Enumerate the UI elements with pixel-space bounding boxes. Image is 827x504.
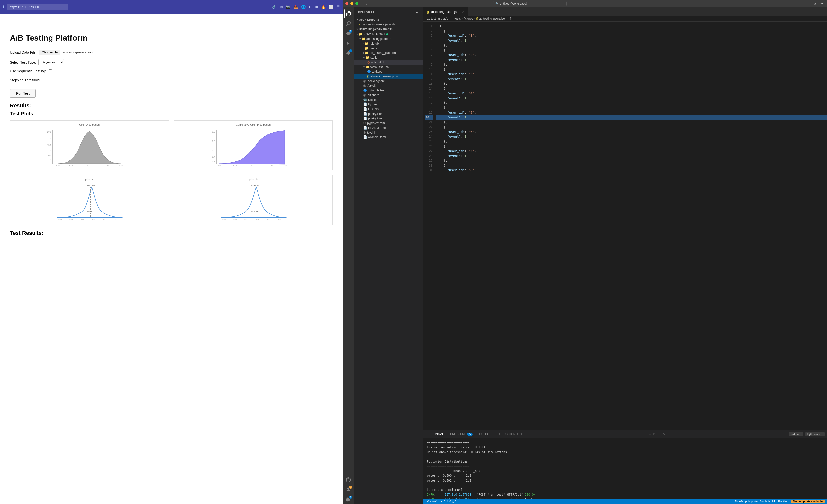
tree-static[interactable]: ▾ 📁 static xyxy=(354,55,423,60)
forward-button[interactable]: › xyxy=(366,1,369,6)
plot3-label: prior_a xyxy=(12,178,166,181)
tree-pyproject[interactable]: ⚙ pyproject.toml xyxy=(354,121,423,125)
tab-problems[interactable]: PROBLEMS77 xyxy=(447,431,476,437)
globe-icon[interactable]: 🌐 xyxy=(301,5,306,9)
traffic-light-yellow[interactable] xyxy=(350,2,353,5)
code-editor[interactable]: 12345 678910 1112131415 16171819 20 2122… xyxy=(423,22,827,430)
editor-area: {} ab-testing-users.json ✕ ab-testing-pl… xyxy=(423,7,827,504)
tree-ab-platform[interactable]: › 📁 ab_testing_platform xyxy=(354,50,423,55)
activity-source-control[interactable]: 1 xyxy=(344,29,353,38)
wrangler-toml: wrangler.toml xyxy=(368,136,386,139)
activity-search[interactable] xyxy=(344,19,353,28)
term-blank-2 xyxy=(427,483,824,488)
menu-icon[interactable]: ☰ xyxy=(336,5,340,9)
tree-index-html[interactable]: ◇ index.html xyxy=(354,60,423,64)
more-options-button[interactable]: ⋯ xyxy=(819,1,824,6)
plot1-label: Uplift Distribution xyxy=(12,123,166,126)
warnings-count: 0 △ 0 xyxy=(449,500,456,503)
activity-github[interactable] xyxy=(344,475,353,484)
svg-text:0.00: 0.00 xyxy=(88,164,91,167)
inbox-icon[interactable]: 📥 xyxy=(293,5,298,9)
code-content[interactable]: [ { "user_id": "1", "event": 0 }, { "use… xyxy=(436,22,827,430)
tree-github[interactable]: › 📁 .github xyxy=(354,41,423,46)
tree-gitkeep[interactable]: 🔷 .gitkeep xyxy=(354,69,423,74)
open-editor-item[interactable]: {} ab-testing-users.json ab-t... xyxy=(354,22,423,27)
node-terminal[interactable]: node w... xyxy=(788,432,804,436)
tree-root[interactable]: ▾ 📁 NGWebsite2021 xyxy=(354,32,423,37)
traffic-light-green[interactable] xyxy=(355,2,358,5)
split-terminal-button[interactable]: ⧉ xyxy=(653,432,655,436)
tree-readme[interactable]: 📄 README.md xyxy=(354,125,423,130)
threshold-input[interactable]: 1 xyxy=(43,77,97,83)
code-line-15: "user_id": "4", xyxy=(436,91,827,96)
camera-icon[interactable]: 📷 xyxy=(286,5,291,9)
tree-tox[interactable]: ⚙ tox.ini xyxy=(354,130,423,135)
tree-gitignore[interactable]: ◉ .gitignore xyxy=(354,93,423,97)
explorer-label: EXPLORER xyxy=(358,11,375,14)
mail-icon[interactable]: ✉ xyxy=(280,5,283,9)
tab-debug-console[interactable]: DEBUG CONSOLE xyxy=(495,431,526,437)
terminal-content[interactable]: ======================== Evaluation Metr… xyxy=(423,439,827,499)
workspace-search[interactable]: 🔍 Untitled (Workspace) xyxy=(493,1,567,6)
branch-status[interactable]: ⎇ main* xyxy=(426,500,437,503)
tree-fly-toml[interactable]: 📄 fly.toml xyxy=(354,102,423,107)
tree-poetry-lock[interactable]: 📄 poetry.lock xyxy=(354,111,423,116)
tree-dockerfile[interactable]: 🐳 Dockerfile xyxy=(354,97,423,102)
file-icon: 🔷 xyxy=(367,70,371,73)
biome-update-btn[interactable]: Biome update available xyxy=(790,500,825,503)
back-button[interactable]: ‹ xyxy=(360,1,363,6)
tree-folder-ab-testing[interactable]: ▾ 📁 ab-testing-platform xyxy=(354,37,423,41)
browser-url[interactable]: http://127.0.0.1:8000 xyxy=(7,4,68,10)
term-line-4: Posterior Distributions xyxy=(427,459,824,464)
svg-text:0.10: 0.10 xyxy=(119,164,123,167)
open-editors-section[interactable]: ▾ OPEN EDITORS xyxy=(354,17,423,22)
tree-ab-users-json[interactable]: {} ab-testing-users.json xyxy=(354,74,423,79)
tab-terminal[interactable]: TERMINAL xyxy=(426,431,447,437)
file-icon: 🔷 xyxy=(363,89,367,92)
prettier-btn[interactable]: Prettier xyxy=(778,500,787,503)
split-editor-button[interactable]: ⧉ xyxy=(813,1,817,6)
more-terminal-button[interactable]: ⋯ xyxy=(658,432,661,436)
chevron: › xyxy=(363,42,364,45)
workspace-section[interactable]: ▾ UNTITLED (WORKSPACE) xyxy=(354,27,423,32)
tab-close-button[interactable]: ✕ xyxy=(461,10,465,13)
tab-output[interactable]: OUTPUT xyxy=(476,431,494,437)
explorer-more[interactable]: ⋯ xyxy=(416,10,420,14)
test-type-select[interactable]: Bayesian Frequentist xyxy=(39,59,64,65)
tree-gitattributes[interactable]: 🔷 .gitattributes xyxy=(354,88,423,93)
fire-icon[interactable]: 🔥 xyxy=(321,5,326,9)
tree-license[interactable]: 📄 LICENSE xyxy=(354,107,423,111)
errors-status[interactable]: ✕ 0 ⚠ 0 △ 0 xyxy=(440,500,456,503)
activity-run[interactable] xyxy=(344,39,353,48)
activity-explorer[interactable] xyxy=(344,9,353,18)
layout-icon[interactable]: ⬜ xyxy=(329,5,333,9)
tree-dockerignore[interactable]: ◉ .dockerignore xyxy=(354,79,423,83)
svg-text:-0.05: -0.05 xyxy=(69,164,73,167)
activity-account[interactable]: 1 xyxy=(344,485,353,494)
svg-text:0.6: 0.6 xyxy=(212,149,215,151)
uplift-distribution-svg: 20.0 17.5 15.0 12.5 10.0 7.5 -0.10 -0.05… xyxy=(12,128,166,167)
location-icon[interactable]: ⊕ xyxy=(309,5,312,9)
run-test-button[interactable]: Run Test xyxy=(10,89,36,98)
tree-wrangler[interactable]: 📄 wrangler.toml xyxy=(354,135,423,140)
typescript-info[interactable]: TypeScript Importer: Symbols: 94 xyxy=(735,500,775,503)
python-terminal[interactable]: Python ab-... xyxy=(805,432,825,436)
code-line-11: "user_id": "3", xyxy=(436,72,827,77)
tree-venv[interactable]: › 📁 .venv xyxy=(354,46,423,50)
breadcrumb: ab-testing-platform › tests › fixtures ›… xyxy=(423,16,827,22)
add-terminal-button[interactable]: + xyxy=(649,432,651,436)
activity-settings[interactable]: 1 xyxy=(344,495,353,504)
activity-extensions[interactable]: 9 xyxy=(344,49,353,58)
sequential-checkbox[interactable] xyxy=(49,69,52,73)
tree-tests[interactable]: ▾ 📁 tests / fixtures xyxy=(354,64,423,69)
traffic-light-red[interactable] xyxy=(345,2,348,5)
ab-platform-folder: ab_testing_platform xyxy=(370,51,395,55)
tree-flake8[interactable]: ◉ .flake8 xyxy=(354,83,423,88)
svg-text:0.48: 0.48 xyxy=(223,219,226,220)
tree-poetry-toml[interactable]: 📄 poetry.toml xyxy=(354,116,423,121)
grid-icon[interactable]: ⊞ xyxy=(315,5,318,9)
tab-ab-users-json[interactable]: {} ab-testing-users.json ✕ xyxy=(423,7,468,16)
choose-file-button[interactable]: Choose file xyxy=(39,50,60,55)
close-terminal-button[interactable]: ✕ xyxy=(663,432,666,436)
link-icon[interactable]: 🔗 xyxy=(272,5,277,9)
